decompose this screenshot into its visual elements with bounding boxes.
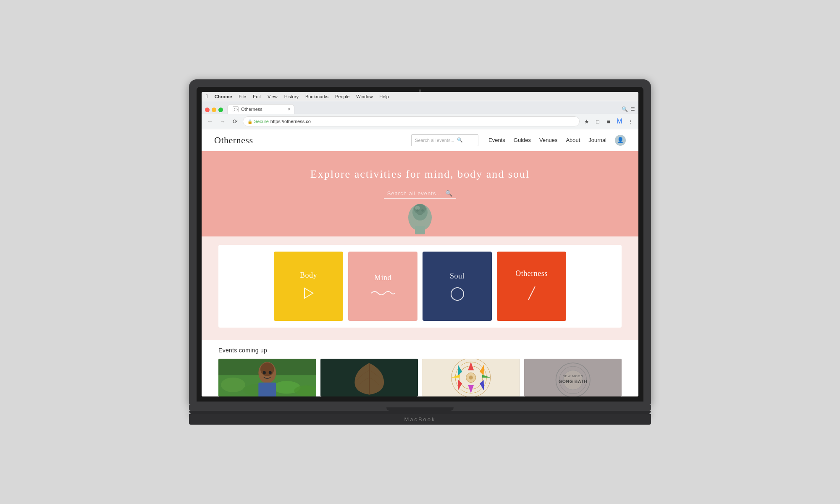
camera xyxy=(419,89,421,92)
body-card-icon xyxy=(302,286,315,302)
site-logo[interactable]: Otherness xyxy=(214,135,411,146)
more-icon[interactable]: ⋮ xyxy=(626,117,635,126)
events-grid: NEW MOON GONG BATH xyxy=(218,359,622,396)
back-button[interactable]: ← xyxy=(205,116,215,126)
url-text: https://otherness.co xyxy=(270,119,311,124)
header-search-bar[interactable]: Search all events... 🔍 xyxy=(411,134,478,146)
traffic-light-red[interactable] xyxy=(205,108,210,112)
hero-search-text: Search all events... xyxy=(387,190,442,197)
events-section-title: Events coming up xyxy=(218,347,622,354)
category-card-soul[interactable]: Soul xyxy=(423,252,492,321)
otherness-card-label: Otherness xyxy=(515,269,547,278)
chrome-nav-bar: ← → ⟳ 🔒 Secure https://otherness.co ★ □ … xyxy=(202,114,638,129)
nav-venues[interactable]: Venues xyxy=(539,137,557,143)
tab-close-button[interactable]: × xyxy=(288,106,291,112)
chrome-tab-bar: ◯ Otherness × 🔍 ☰ xyxy=(202,101,638,114)
mind-card-icon xyxy=(370,289,396,299)
events-section: Events coming up xyxy=(202,340,638,396)
chrome-tab-active[interactable]: ◯ Otherness × xyxy=(227,104,294,114)
soul-card-label: Soul xyxy=(450,272,465,281)
screen-bezel:  Chrome File Edit View History Bookmark… xyxy=(197,87,643,402)
help-menu[interactable]: Help xyxy=(379,94,389,99)
svg-rect-17 xyxy=(258,383,276,396)
forward-button[interactable]: → xyxy=(218,116,228,126)
nav-events[interactable]: Events xyxy=(488,137,505,143)
category-card-otherness[interactable]: Otherness xyxy=(497,252,566,321)
macbook-lid:  Chrome File Edit View History Bookmark… xyxy=(189,79,651,405)
account-icon[interactable]: M xyxy=(615,117,624,126)
body-card-label: Body xyxy=(300,271,317,280)
cards-container: Body Mind xyxy=(218,245,622,328)
macbook-notch xyxy=(386,407,454,411)
header-search-placeholder: Search all events... xyxy=(415,138,454,143)
cast-icon[interactable]: □ xyxy=(593,117,602,126)
menu-icon-toolbar[interactable]: ☰ xyxy=(630,106,635,112)
history-menu[interactable]: History xyxy=(284,94,299,99)
lock-icon: 🔒 xyxy=(247,119,252,124)
nav-journal[interactable]: Journal xyxy=(588,137,606,143)
website-content: Otherness Search all events... 🔍 Events … xyxy=(202,129,638,396)
category-card-mind[interactable]: Mind xyxy=(348,252,417,321)
svg-point-5 xyxy=(416,209,419,212)
svg-point-6 xyxy=(421,209,424,212)
address-bar[interactable]: 🔒 Secure https://otherness.co xyxy=(243,116,580,126)
event-card-1[interactable] xyxy=(218,359,316,396)
mind-card-label: Mind xyxy=(374,273,391,282)
svg-rect-4 xyxy=(415,226,425,234)
svg-text:NEW MOON: NEW MOON xyxy=(562,375,583,378)
svg-text:GONG BATH: GONG BATH xyxy=(559,379,587,384)
svg-point-19 xyxy=(269,371,272,374)
site-header: Otherness Search all events... 🔍 Events … xyxy=(202,129,638,151)
sculpture-svg xyxy=(399,203,441,236)
svg-point-26 xyxy=(469,375,473,379)
macbook-base xyxy=(189,405,651,411)
header-search-icon[interactable]: 🔍 xyxy=(457,137,463,143)
cards-section: Body Mind xyxy=(202,236,638,340)
hero-title: Explore activities for mind, body and so… xyxy=(210,168,630,181)
nav-about[interactable]: About xyxy=(566,137,580,143)
nav-guides[interactable]: Guides xyxy=(514,137,531,143)
edit-menu[interactable]: Edit xyxy=(253,94,261,99)
bookmark-icon[interactable]: ★ xyxy=(582,117,591,126)
chrome-toolbar: ◯ Otherness × 🔍 ☰ ← xyxy=(202,101,638,129)
hero-sculpture xyxy=(210,203,630,236)
macbook-bottom xyxy=(189,411,651,414)
traffic-light-green[interactable] xyxy=(218,108,223,112)
event-card-3[interactable] xyxy=(422,359,520,396)
macbook-label-bar: MacBook xyxy=(189,414,651,425)
file-menu[interactable]: File xyxy=(239,94,246,99)
screen:  Chrome File Edit View History Bookmark… xyxy=(202,92,638,396)
window-menu[interactable]: Window xyxy=(356,94,373,99)
search-icon-toolbar[interactable]: 🔍 xyxy=(622,106,628,112)
apple-menu[interactable]:  xyxy=(206,93,208,100)
svg-point-11 xyxy=(221,378,245,392)
otherness-card-icon xyxy=(523,285,540,303)
tab-title: Otherness xyxy=(241,107,262,112)
traffic-light-yellow[interactable] xyxy=(212,108,216,112)
svg-marker-7 xyxy=(304,288,313,298)
site-nav: Events Guides Venues About Journal 👤 xyxy=(488,135,626,146)
chrome-menu[interactable]: Chrome xyxy=(215,94,232,99)
macbook-device:  Chrome File Edit View History Bookmark… xyxy=(189,79,651,425)
user-avatar[interactable]: 👤 xyxy=(615,135,626,146)
extensions-icon[interactable]: ■ xyxy=(604,117,613,126)
svg-point-18 xyxy=(263,371,266,374)
event-card-4[interactable]: NEW MOON GONG BATH xyxy=(524,359,622,396)
secure-text: Secure xyxy=(254,119,269,124)
category-card-body[interactable]: Body xyxy=(274,252,343,321)
hero-search-icon[interactable]: 🔍 xyxy=(445,190,453,197)
people-menu[interactable]: People xyxy=(335,94,349,99)
soul-card-icon xyxy=(451,287,464,301)
svg-line-8 xyxy=(528,286,535,300)
view-menu[interactable]: View xyxy=(268,94,278,99)
svg-point-16 xyxy=(260,362,274,376)
hero-search-bar[interactable]: Search all events... 🔍 xyxy=(384,188,457,199)
macbook-brand-label: MacBook xyxy=(404,416,436,423)
hero-section: Explore activities for mind, body and so… xyxy=(202,151,638,236)
refresh-button[interactable]: ⟳ xyxy=(230,116,240,126)
event-card-2[interactable] xyxy=(320,359,418,396)
bookmarks-menu[interactable]: Bookmarks xyxy=(305,94,328,99)
tab-favicon: ◯ xyxy=(233,106,239,112)
nav-right-icons: ★ □ ■ M ⋮ xyxy=(582,117,635,126)
macos-menubar:  Chrome File Edit View History Bookmark… xyxy=(202,92,638,101)
